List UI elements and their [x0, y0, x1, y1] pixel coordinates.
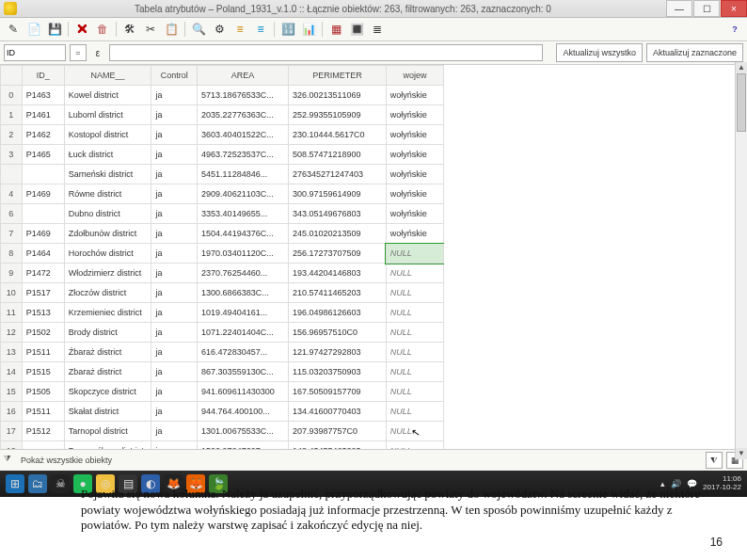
- table-cell[interactable]: 300.97159614909: [288, 184, 386, 204]
- table-cell[interactable]: 5713.18676533C...: [198, 86, 289, 105]
- funnel-icon[interactable]: ⧩: [4, 454, 17, 467]
- table-cell[interactable]: Łuck district: [64, 145, 151, 165]
- table-row[interactable]: 16P1511Skałat districtja944.764.400100..…: [1, 402, 444, 422]
- table-cell[interactable]: 252.99355105909: [288, 105, 386, 125]
- scroll-down-arrow[interactable]: ▼: [736, 448, 747, 459]
- update-all-button[interactable]: Aktualizuj wszystko: [556, 43, 643, 62]
- table-cell[interactable]: Równe district: [64, 184, 151, 204]
- row-number[interactable]: 9: [1, 264, 23, 283]
- table-row[interactable]: 7P1469Zdołbunów districtja1504.44194376C…: [1, 224, 444, 244]
- help-icon[interactable]: ?: [726, 21, 743, 38]
- table-cell[interactable]: Tarnopol district: [64, 422, 151, 441]
- table-cell[interactable]: Sarneński district: [64, 165, 151, 184]
- table-cell[interactable]: NULL: [386, 264, 443, 283]
- table-cell[interactable]: Kostopol district: [64, 125, 151, 145]
- settings-icon[interactable]: ⚙: [210, 20, 229, 39]
- scroll-thumb[interactable]: [737, 73, 746, 132]
- table-row[interactable]: 2P1462Kostopol districtja3603.40401522C.…: [1, 125, 444, 145]
- table-cell[interactable]: P1511: [22, 402, 64, 422]
- paste-icon[interactable]: 📋: [162, 20, 181, 39]
- select-all-icon[interactable]: ≡: [230, 20, 249, 39]
- minimize-button[interactable]: —: [666, 0, 692, 17]
- table-cell[interactable]: 121.97427292803: [288, 343, 386, 362]
- table-cell[interactable]: ja: [151, 264, 198, 283]
- table-cell[interactable]: P1472: [22, 264, 64, 283]
- table-cell[interactable]: 167.50509157709: [288, 382, 386, 402]
- row-number[interactable]: 10: [1, 283, 23, 303]
- row-number[interactable]: 6: [1, 204, 23, 224]
- table-cell[interactable]: 1300.6866383C...: [198, 283, 289, 303]
- table-cell[interactable]: 196.04986126603: [288, 303, 386, 323]
- delete-icon[interactable]: 🗑: [93, 20, 112, 39]
- table-cell[interactable]: ja: [151, 402, 198, 422]
- table-cell[interactable]: ja: [151, 224, 198, 244]
- table-cell[interactable]: ja: [151, 184, 198, 204]
- row-number[interactable]: 2: [1, 125, 23, 145]
- table-cell[interactable]: 1301.00675533C...: [198, 422, 289, 441]
- table-cell[interactable]: P1517: [22, 283, 64, 303]
- table-cell[interactable]: P1513: [22, 303, 64, 323]
- row-number[interactable]: 4: [1, 184, 23, 204]
- table-row[interactable]: 11P1513Krzemieniec districtja1019.494041…: [1, 303, 444, 323]
- table-cell[interactable]: ja: [151, 362, 198, 382]
- table-row[interactable]: 15P1505Skopczyce districtja941.609611430…: [1, 382, 444, 402]
- table-cell[interactable]: 2035.22776363C...: [198, 105, 289, 125]
- column-header[interactable]: Control: [151, 66, 198, 86]
- taskbar-app-icon[interactable]: ⊞: [6, 474, 24, 493]
- table-cell[interactable]: 4963.72523537C...: [198, 145, 289, 165]
- expression-input[interactable]: [109, 44, 543, 61]
- update-selected-button[interactable]: Aktualizuj zaznaczone: [646, 43, 743, 62]
- table-cell[interactable]: P1505: [22, 382, 64, 402]
- table-cell[interactable]: P1463: [22, 86, 64, 105]
- table-cell[interactable]: ja: [151, 441, 198, 450]
- taskbar-app-icon[interactable]: 🗂: [28, 474, 47, 493]
- scroll-up-arrow[interactable]: ▲: [736, 62, 747, 73]
- row-number[interactable]: 15: [1, 382, 23, 402]
- table-cell[interactable]: NULL: [386, 343, 443, 362]
- table-cell[interactable]: 941.609611430300: [198, 382, 289, 402]
- table-cell[interactable]: Zbaraż district: [64, 362, 151, 382]
- list-view-icon[interactable]: ≣: [368, 20, 387, 39]
- table-cell[interactable]: 1504.44194376C...: [198, 224, 289, 244]
- table-cell[interactable]: 245.01020213509: [288, 224, 386, 244]
- table-cell[interactable]: NULL: [386, 323, 443, 343]
- table-cell[interactable]: 867.303559130C...: [198, 362, 289, 382]
- column-header[interactable]: NAME__: [64, 66, 151, 86]
- table-cell[interactable]: 508.57471218900: [288, 145, 386, 165]
- table-cell[interactable]: [22, 165, 64, 184]
- table-cell[interactable]: P1511: [22, 343, 64, 362]
- table-cell[interactable]: P1469: [22, 184, 64, 204]
- row-number[interactable]: 16: [1, 402, 23, 422]
- table-cell[interactable]: 944.764.400100...: [198, 402, 289, 422]
- table-row[interactable]: 10P1517Złoczów districtja1300.6866383C..…: [1, 283, 444, 303]
- table-cell[interactable]: 115.03203750903: [288, 362, 386, 382]
- table-cell[interactable]: ja: [151, 303, 198, 323]
- table-cell[interactable]: 230.10444.5617C0: [288, 125, 386, 145]
- table-cell[interactable]: 134.41600770403: [288, 402, 386, 422]
- new-file-icon[interactable]: 📄: [24, 20, 43, 39]
- table-cell[interactable]: 148.43455463203: [288, 441, 386, 450]
- table-cell[interactable]: [22, 441, 64, 450]
- table-row[interactable]: 13P1511Źbaraż districtja616.472830457...…: [1, 343, 444, 362]
- table-row[interactable]: 8P1464Horochów districtja1970.03401120C.…: [1, 244, 444, 264]
- table-cell[interactable]: wołyńskie: [386, 184, 443, 204]
- table-cell[interactable]: ja: [151, 105, 198, 125]
- close-button[interactable]: ×: [721, 0, 747, 17]
- footer-label[interactable]: Pokaż wszystkie obiekty: [21, 456, 702, 465]
- cut-icon[interactable]: ✂: [141, 20, 160, 39]
- table-cell[interactable]: wołyńskie: [386, 145, 443, 165]
- table-cell[interactable]: ja: [151, 86, 198, 105]
- table-cell[interactable]: 3353.40149655...: [198, 204, 289, 224]
- table-cell[interactable]: 3603.40401522C...: [198, 125, 289, 145]
- field-select[interactable]: [4, 44, 66, 61]
- table-cell[interactable]: 326.00213511069: [288, 86, 386, 105]
- table-row[interactable]: 9P1472Włodzimierz districtja2370.7625446…: [1, 264, 444, 283]
- table-cell[interactable]: ja: [151, 323, 198, 343]
- tools-icon[interactable]: 🛠: [120, 20, 139, 39]
- table-cell[interactable]: ja: [151, 422, 198, 441]
- table-row[interactable]: 12P1502Brody districtja1071.22401404C...…: [1, 323, 444, 343]
- column-header[interactable]: PERIMETER: [288, 66, 386, 86]
- table-cell[interactable]: NULL: [386, 441, 443, 450]
- column-header[interactable]: AREA: [198, 66, 289, 86]
- table-cell[interactable]: wołyńskie: [386, 125, 443, 145]
